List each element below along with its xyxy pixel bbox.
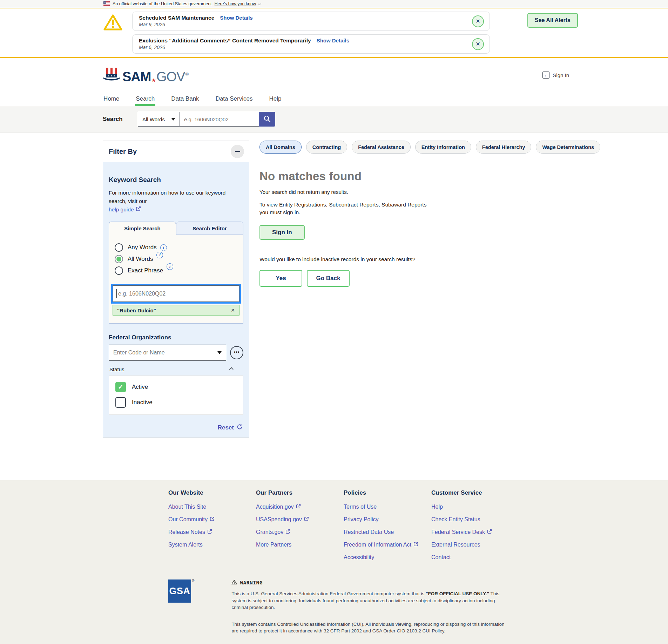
footer-link-our-community[interactable]: Our Community	[168, 516, 256, 523]
footer-link-grants-gov[interactable]: Grants.gov	[256, 529, 344, 535]
footer-col-our-partners: Our Partners Acquisition.gov USASpending…	[256, 489, 344, 567]
remove-tag-icon[interactable]: ✕	[231, 307, 235, 313]
footer-link-acquisition-gov[interactable]: Acquisition.gov	[256, 504, 344, 510]
radio-all-words[interactable]	[115, 255, 123, 263]
alert-date: Mar 9, 2026	[139, 22, 468, 27]
warning-paragraph-2: This system contains Controlled Unclassi…	[231, 621, 512, 635]
checkbox-checked-icon[interactable]: ✓	[115, 382, 126, 392]
footer-link-release-notes[interactable]: Release Notes	[168, 529, 256, 535]
footer-link-contact[interactable]: Contact	[431, 554, 519, 561]
nav-item-help[interactable]: Help	[268, 92, 282, 106]
federal-org-input[interactable]	[109, 345, 226, 361]
external-link-icon	[207, 529, 212, 535]
see-all-alerts-button[interactable]: See All Alerts	[527, 13, 578, 28]
keyword-tag-label: "Ruben Dulcio"	[117, 307, 156, 313]
footer-link-system-alerts[interactable]: System Alerts	[168, 542, 256, 548]
alert-list: Scheduled SAM Maintenance Show Details M…	[132, 12, 490, 54]
footer-link-label: Our Community	[168, 516, 208, 523]
star-icon: ★	[151, 77, 156, 83]
global-search-bar: Search All Words	[0, 106, 668, 133]
nav-item-data-services[interactable]: Data Services	[215, 92, 254, 106]
sam-gov-logo[interactable]: SAM★GOV®	[103, 67, 189, 83]
official-site-text: An official website of the United States…	[113, 1, 212, 6]
footer-link-label: Contact	[431, 554, 451, 561]
how-you-know-link[interactable]: Here's how you know	[215, 1, 260, 6]
footer-heading: Our Partners	[256, 489, 344, 496]
nav-item-data-bank[interactable]: Data Bank	[170, 92, 200, 106]
footer-link-usaspending-gov[interactable]: USASpending.gov	[256, 516, 344, 523]
checkbox-unchecked-icon[interactable]	[115, 397, 126, 408]
external-link-icon	[413, 542, 418, 548]
nav-item-home[interactable]: Home	[103, 92, 120, 106]
go-back-button[interactable]: Go Back	[307, 270, 350, 287]
footer-link-help[interactable]: Help	[431, 504, 519, 510]
status-option-inactive[interactable]: Inactive	[115, 397, 237, 408]
header-sign-in-link[interactable]: ← Sign In	[542, 72, 569, 79]
caret-down-icon[interactable]	[217, 351, 222, 354]
pill-wage-determinations[interactable]: Wage Determinations	[536, 141, 600, 154]
gsa-logo: GSA	[168, 579, 191, 603]
pill-contracting[interactable]: Contracting	[306, 141, 347, 154]
ellipsis-icon: •••	[234, 349, 240, 354]
footer-link-label: About This Site	[168, 504, 206, 510]
radio-all-words-label: All Words	[128, 256, 153, 263]
close-icon: ✕	[475, 41, 480, 47]
footer-link-privacy-policy[interactable]: Privacy Policy	[344, 516, 431, 523]
footer-heading: Policies	[344, 489, 431, 496]
help-guide-label: help guide	[109, 205, 134, 214]
chevron-up-icon[interactable]	[229, 367, 234, 372]
nav-item-search[interactable]: Search	[135, 92, 155, 106]
pill-federal-hierarchy[interactable]: Federal Hierarchy	[476, 141, 532, 154]
tab-search-editor[interactable]: Search Editor	[176, 222, 243, 235]
no-results-message: Your search did not return any results.	[259, 189, 600, 195]
registered-mark: ®	[185, 72, 189, 77]
filter-panel: Filter By Keyword Search For more inform…	[103, 141, 249, 438]
yes-button[interactable]: Yes	[259, 270, 302, 287]
global-search-input[interactable]	[180, 112, 259, 127]
alert-close-button[interactable]: ✕	[472, 38, 484, 50]
show-details-link[interactable]: Show Details	[220, 15, 252, 21]
collapse-filters-button[interactable]	[231, 145, 244, 158]
info-icon[interactable]: i	[167, 263, 173, 270]
results-sign-in-button[interactable]: Sign In	[259, 225, 305, 240]
footer-link-label: Acquisition.gov	[256, 504, 294, 510]
brand-sam: SAM	[122, 70, 151, 83]
status-inactive-label: Inactive	[132, 399, 153, 406]
external-link-icon	[210, 516, 215, 523]
pill-federal-assistance[interactable]: Federal Assistance	[352, 141, 411, 154]
alert-close-button[interactable]: ✕	[472, 15, 484, 27]
footer-heading: Our Website	[168, 489, 256, 496]
radio-exact-phrase[interactable]	[115, 266, 123, 275]
footer-link-label: External Resources	[431, 542, 480, 548]
footer-link-check-entity-status[interactable]: Check Entity Status	[431, 516, 519, 523]
footer-link-label: USASpending.gov	[256, 516, 302, 523]
search-submit-button[interactable]	[259, 112, 275, 127]
footer-col-our-website: Our Website About This Site Our Communit…	[168, 489, 256, 567]
tab-simple-search[interactable]: Simple Search	[109, 222, 176, 235]
footer-link-about-this-site[interactable]: About This Site	[168, 504, 256, 510]
brand-gov: GOV	[156, 70, 185, 83]
keyword-search-input[interactable]	[113, 285, 239, 302]
footer-link-label: Restricted Data Use	[344, 529, 394, 535]
org-more-options-button[interactable]: •••	[230, 346, 243, 359]
info-icon[interactable]: i	[156, 252, 163, 258]
footer-link-more-partners[interactable]: More Partners	[256, 542, 344, 548]
footer-link-foia[interactable]: Freedom of Information Act	[344, 542, 431, 548]
footer-col-customer-service: Customer Service Help Check Entity Statu…	[431, 489, 519, 567]
footer-link-terms-of-use[interactable]: Terms of Use	[344, 504, 431, 510]
footer-link-federal-service-desk[interactable]: Federal Service Desk	[431, 529, 519, 535]
show-details-link[interactable]: Show Details	[317, 38, 349, 43]
help-guide-link[interactable]: help guide	[109, 205, 141, 214]
footer-link-restricted-data-use[interactable]: Restricted Data Use	[344, 529, 431, 535]
radio-any-words[interactable]	[115, 243, 123, 252]
footer-link-external-resources[interactable]: External Resources	[431, 542, 519, 548]
pill-all-domains[interactable]: All Domains	[259, 141, 302, 154]
reset-refresh-icon[interactable]	[237, 424, 243, 431]
status-option-active[interactable]: ✓ Active	[115, 382, 237, 392]
pill-entity-information[interactable]: Entity Information	[415, 141, 471, 154]
info-icon[interactable]: i	[160, 244, 167, 251]
footer-link-accessibility[interactable]: Accessibility	[344, 554, 431, 561]
footer-link-label: Accessibility	[344, 554, 374, 561]
reset-filters-link[interactable]: Reset	[218, 424, 234, 431]
search-mode-select[interactable]: All Words	[138, 112, 180, 127]
